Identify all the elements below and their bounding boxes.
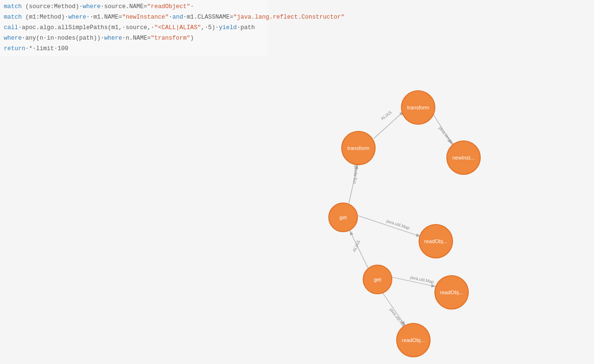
code-line-5: return·*·limit·100 xyxy=(4,44,264,54)
node-get2[interactable] xyxy=(363,265,392,294)
node-readobj1[interactable] xyxy=(419,225,453,258)
code-line-2: match (m1:Method)·where··m1.NAME="newIns… xyxy=(4,12,264,23)
edge-label-alias1: ALIAS xyxy=(380,110,392,121)
code-panel: match (source:Method)·where·source.NAME=… xyxy=(0,0,268,56)
node-get1[interactable] xyxy=(329,203,357,232)
node-newinst[interactable] xyxy=(447,141,480,174)
code-line-4: where·any(n·in·nodes(path))·where·n.NAME… xyxy=(4,33,264,44)
edge-get1-readobj1 xyxy=(356,215,421,236)
node-transform2[interactable] xyxy=(342,131,375,165)
code-line-3: call·apoc.algo.allSimplePaths(m1,·source… xyxy=(4,23,264,33)
edge-label-map2: java.util.Map xyxy=(410,275,434,284)
code-line-1: match (source:Method)·where·source.NAME=… xyxy=(4,2,264,12)
node-transform1[interactable] xyxy=(401,91,435,124)
node-readobj2[interactable] xyxy=(435,276,468,309)
node-readobj3[interactable] xyxy=(397,323,430,357)
